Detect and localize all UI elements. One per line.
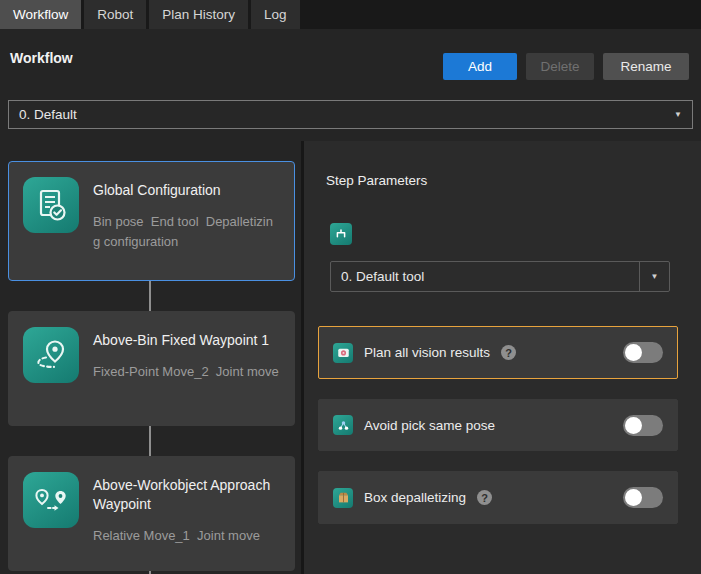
param-label: Box depalletizing [364,490,466,505]
workflow-dropdown-value: 0. Default [19,107,77,122]
avoid-pose-icon [333,415,353,435]
box-depalletizing-icon [333,488,353,508]
rename-button[interactable]: Rename [603,53,689,80]
tab-log[interactable]: Log [251,0,300,29]
param-row-avoid-pick-same-pose[interactable]: Avoid pick same pose [318,399,678,451]
step-title: Above-Bin Fixed Waypoint 1 [93,331,280,350]
toggle-avoid-pick-same-pose[interactable] [623,415,663,436]
help-icon[interactable]: ? [477,490,492,505]
tab-workflow[interactable]: Workflow [0,0,81,29]
delete-button[interactable]: Delete [526,53,594,80]
relative-move-pins-icon [23,472,79,528]
step-card-above-bin-fixed-waypoint[interactable]: Above-Bin Fixed Waypoint 1 Fixed-Point M… [8,311,295,426]
param-label: Avoid pick same pose [364,418,495,433]
step-subtitle: Bin pose End tool Depalletizing configur… [93,212,280,252]
vision-results-icon [333,343,353,363]
tool-dropdown-value: 0. Default tool [341,269,424,284]
param-label: Plan all vision results [364,345,490,360]
tab-plan-history[interactable]: Plan History [149,0,248,29]
step-title: Above-Workobject Approach Waypoint [93,476,280,514]
help-icon[interactable]: ? [501,345,516,360]
add-button[interactable]: Add [443,53,517,80]
step-subtitle: Relative Move_1 Joint move [93,526,280,546]
step-title: Global Configuration [93,181,280,200]
top-tab-bar: Workflow Robot Plan History Log [0,0,701,29]
toolbar-buttons: Add Delete Rename [443,53,689,80]
step-card-global-configuration[interactable]: Global Configuration Bin pose End tool D… [8,161,295,281]
end-tool-icon [330,223,352,245]
waypoint-pin-icon [23,327,79,383]
workflow-step-list: Global Configuration Bin pose End tool D… [0,141,301,574]
step-parameters-title: Step Parameters [326,173,427,188]
step-subtitle: Fixed-Point Move_2 Joint move [93,362,280,382]
workflow-dropdown[interactable]: 0. Default ▼ [8,100,693,129]
param-row-plan-all-vision-results[interactable]: Plan all vision results ? [318,326,678,379]
tool-dropdown[interactable]: 0. Default tool ▼ [330,261,670,292]
toggle-plan-all-vision-results[interactable] [623,342,663,363]
param-row-box-depalletizing[interactable]: Box depalletizing ? [318,471,678,524]
chevron-down-icon: ▼ [651,273,659,281]
tab-robot[interactable]: Robot [84,0,146,29]
step-parameters-panel: Step Parameters 0. Default tool ▼ Plan a… [304,141,701,574]
page-title: Workflow [10,50,73,66]
step-card-above-workobject-approach-waypoint[interactable]: Above-Workobject Approach Waypoint Relat… [8,456,295,571]
document-check-icon [23,177,79,233]
toggle-box-depalletizing[interactable] [623,487,663,508]
chevron-down-icon: ▼ [674,111,682,119]
